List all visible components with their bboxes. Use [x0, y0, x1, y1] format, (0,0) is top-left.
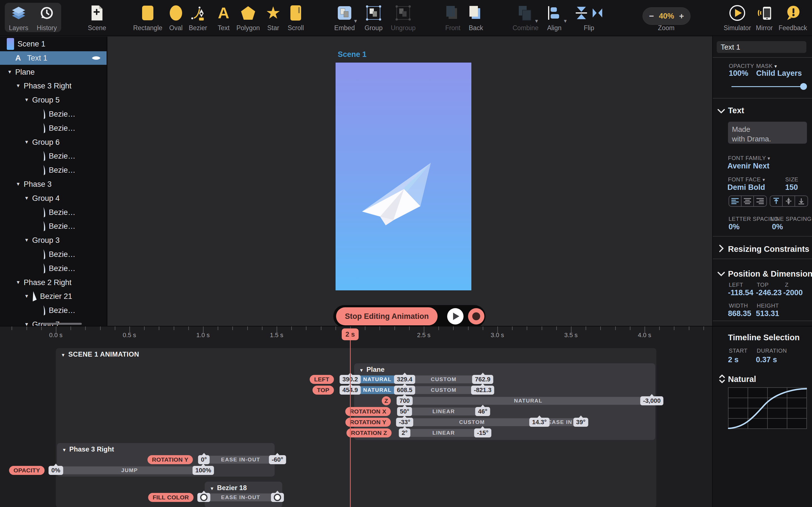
disclosure-triangle-icon[interactable]: ▼ [61, 353, 65, 357]
width-value[interactable]: 868.35 [728, 309, 751, 318]
layer-name-input[interactable]: Text 1 [717, 41, 806, 53]
keyframe-value-chip[interactable]: 50° [397, 407, 412, 416]
keyframe-value-chip[interactable]: 0° [198, 455, 209, 464]
keyframe-value-chip[interactable]: 100% [193, 466, 214, 475]
keyframe-segment-custom[interactable]: CUSTOM [405, 376, 483, 383]
height-value[interactable]: 513.31 [756, 309, 779, 318]
keyframe-segment-ease-in-out[interactable]: EASE IN-OUT [204, 494, 277, 501]
keyframe-segment-jump[interactable]: JUMP [56, 466, 203, 474]
keyframe-value-chip[interactable]: 2° [399, 429, 410, 438]
layer-row-bezie-[interactable]: Bezie… [0, 206, 107, 219]
keyframe-value-chip[interactable]: 608.5 [394, 386, 415, 395]
disclosure-triangle-icon[interactable]: ▼ [210, 486, 214, 491]
disclosure-triangle-icon[interactable]: ▼ [16, 83, 20, 89]
keyframe-value-chip[interactable]: -15° [474, 429, 492, 438]
disclosure-triangle-icon[interactable]: ▼ [62, 448, 66, 452]
position-dimensions-header[interactable]: Position & Dimensions [728, 269, 812, 279]
scene-title-label[interactable]: Scene 1 [338, 50, 366, 59]
layer-row-group-5[interactable]: ▼Group 5 [0, 93, 107, 107]
stop-editing-animation-button[interactable]: Stop Editing Animation [336, 307, 438, 325]
visibility-eye-icon[interactable] [91, 55, 101, 61]
disclosure-triangle-icon[interactable]: ▼ [24, 139, 29, 145]
top-value[interactable]: -246.23 [756, 288, 782, 297]
play-button[interactable] [447, 308, 463, 325]
disclosure-triangle-icon[interactable]: ▼ [16, 280, 20, 285]
toolbar-item-flip[interactable]: Flip [566, 0, 612, 36]
font-family-value[interactable]: Avenir Next [727, 162, 769, 170]
duration-value[interactable]: 0.37 s [756, 355, 777, 364]
zoom-out-button[interactable]: − [649, 12, 654, 20]
keyframe-value-chip[interactable]: 14.3° [529, 418, 550, 427]
align-left-button[interactable] [729, 196, 742, 206]
font-face-caret-icon[interactable]: ▾ [762, 177, 765, 182]
toolbar-item-scene[interactable]: Scene [74, 0, 119, 36]
align-bottom-button[interactable] [795, 196, 808, 206]
layer-row-bezier-21[interactable]: ▼Bezier 21 [0, 290, 107, 303]
toolbar-item-history[interactable]: History [24, 0, 69, 36]
playhead-line[interactable] [350, 340, 351, 507]
disclosure-triangle-icon[interactable]: ▼ [24, 237, 29, 243]
zoom-control[interactable]: − 40% + [643, 7, 691, 25]
property-pill-rotation-y[interactable]: ROTATION Y [147, 455, 193, 464]
keyframe-segment-linear[interactable]: LINEAR [405, 407, 483, 415]
text-section-chevron-icon[interactable] [717, 109, 725, 114]
font-face-value[interactable]: Demi Bold [727, 183, 765, 192]
layer-row-group-4[interactable]: ▼Group 4 [0, 191, 107, 205]
layer-row-bezie-[interactable]: Bezie… [0, 163, 107, 177]
resizing-constraints-chevron-icon[interactable] [719, 244, 724, 252]
z-value[interactable]: -2000 [783, 288, 803, 297]
layer-row-group-6[interactable]: ▼Group 6 [0, 135, 107, 149]
opacity-slider-knob[interactable] [800, 83, 807, 90]
scene-canvas[interactable] [336, 62, 471, 290]
property-pill-fill-color[interactable]: FILL COLOR [148, 493, 193, 502]
toolbar-item-feedback[interactable]: Feedback [770, 0, 812, 36]
resizing-constraints-header[interactable]: Resizing Constraints [728, 244, 809, 254]
layer-row-phase-3-right[interactable]: ▼Phase 3 Right [0, 79, 107, 93]
property-pill-rotation-z[interactable]: ROTATION Z [347, 429, 392, 438]
keyframe-value-chip[interactable]: -3,000 [640, 396, 663, 405]
mask-caret-icon[interactable]: ▾ [774, 64, 777, 69]
line-spacing-value[interactable]: 0% [772, 223, 783, 231]
timeline-group-header[interactable]: ▼Plane [359, 365, 385, 374]
keyframe-value-chip[interactable]: 0% [49, 466, 63, 475]
disclosure-triangle-icon[interactable]: ▼ [7, 69, 12, 75]
layer-row-plane[interactable]: ▼Plane [0, 65, 107, 79]
align-center-button[interactable] [742, 196, 754, 206]
layer-row-phase-3[interactable]: ▼Phase 3 [0, 177, 107, 191]
layer-row-bezie-[interactable]: Bezie… [0, 247, 107, 261]
position-dimensions-chevron-icon[interactable] [717, 272, 725, 277]
keyframe-color-swatch[interactable] [271, 493, 284, 502]
keyframe-value-chip[interactable]: -60° [269, 455, 286, 464]
playhead-badge[interactable]: 2 s [342, 328, 359, 340]
letter-spacing-value[interactable]: 0% [728, 223, 740, 231]
toolbar-item-ungroup[interactable]: Ungroup [380, 0, 426, 36]
keyframe-value-chip[interactable]: 46° [475, 407, 490, 416]
disclosure-triangle-icon[interactable]: ▼ [24, 195, 29, 201]
mask-value[interactable]: Child Layers [756, 69, 802, 78]
keyframe-value-chip[interactable]: 762.9 [472, 375, 493, 384]
text-content-field[interactable]: Madewith Drama. [728, 122, 807, 144]
keyframe-segment-custom[interactable]: CUSTOM [405, 418, 539, 426]
layer-row-text-1[interactable]: AText 1 [0, 51, 107, 65]
toolbar-item-back[interactable]: Back [453, 0, 499, 36]
keyframe-segment-ease-in-out[interactable]: EASE IN-OUT [204, 456, 277, 464]
layer-row-scene-1[interactable]: Scene 1 [0, 37, 107, 51]
property-pill-rotation-y[interactable]: ROTATION Y [345, 418, 391, 427]
record-button[interactable] [468, 308, 485, 325]
opacity-value[interactable]: 100% [729, 69, 748, 78]
timeline-group-header[interactable]: ▼SCENE 1 ANIMATION [61, 350, 139, 358]
layer-row-group-3[interactable]: ▼Group 3 [0, 233, 107, 247]
start-value[interactable]: 2 s [728, 355, 739, 364]
sidebar-scrollbar[interactable] [42, 323, 82, 325]
disclosure-triangle-icon[interactable]: ▼ [24, 293, 29, 299]
layer-row-bezie-[interactable]: Bezie… [0, 149, 107, 163]
disclosure-triangle-icon[interactable]: ▼ [16, 181, 20, 187]
keyframe-value-chip[interactable]: -821.3 [471, 386, 494, 395]
keyframe-value-chip[interactable]: 329.4 [394, 375, 415, 384]
easing-stepper-icon[interactable] [719, 374, 725, 384]
left-value[interactable]: -118.54 [728, 288, 753, 297]
property-pill-opacity[interactable]: OPACITY [9, 466, 45, 475]
timeline-group-header[interactable]: ▼Phase 3 Right [62, 445, 114, 453]
size-value[interactable]: 150 [785, 183, 798, 192]
property-pill-z[interactable]: Z [382, 396, 391, 405]
